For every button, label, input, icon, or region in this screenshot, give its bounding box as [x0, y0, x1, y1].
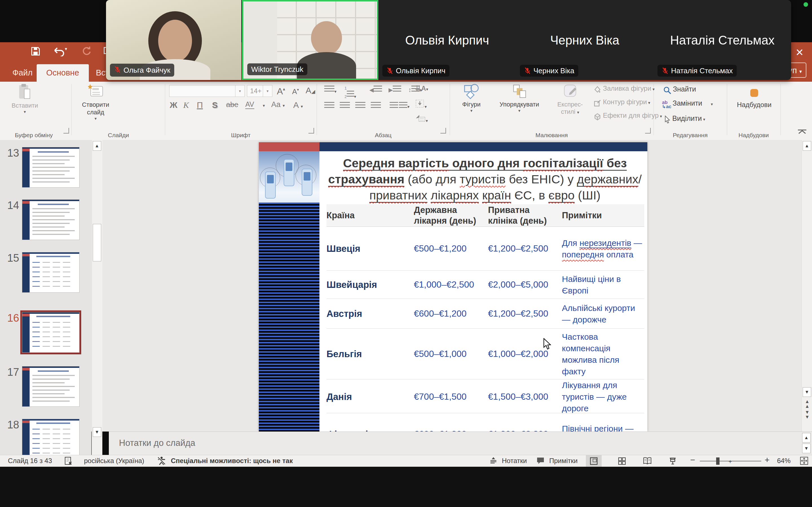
participant-tile[interactable]: Черних ВікаЧерних Віка: [516, 0, 654, 80]
character-spacing-button[interactable]: AV: [245, 100, 254, 109]
paragraph-group-label: Абзац: [317, 132, 450, 138]
spellcheck-icon[interactable]: [64, 456, 73, 467]
clear-formatting-button[interactable]: A◢: [306, 86, 315, 95]
bold-button[interactable]: Ж: [170, 100, 177, 110]
slide-table[interactable]: КраїнаДержавна лікарня (день)Приватна кл…: [326, 204, 644, 432]
table-header-cell: Державна лікарня (день): [414, 205, 488, 226]
text-shadow-button[interactable]: S: [212, 100, 218, 110]
new-slide-button[interactable]: Створити слайд ▾: [78, 83, 114, 121]
recording-indicator-dot: [804, 2, 808, 7]
thumbnail-scroll-up-icon[interactable]: ▲: [93, 141, 101, 151]
comments-toggle-icon[interactable]: [536, 456, 545, 466]
slideshow-view-button[interactable]: [665, 455, 680, 467]
shapes-button[interactable]: Фігури ▾: [455, 83, 488, 113]
slide-thumbnail-15[interactable]: [22, 252, 80, 293]
notes-scrollbar[interactable]: ▲ ▼: [802, 432, 812, 455]
undo-icon[interactable]: ▾: [53, 46, 67, 59]
select-button[interactable]: Виділити ▾: [664, 114, 705, 124]
slide-sorter-view-button[interactable]: [614, 455, 630, 467]
strikethrough-button[interactable]: abe: [226, 100, 238, 109]
silhouette-face: [158, 20, 192, 62]
justify-button[interactable]: [371, 102, 381, 110]
thumbnail-scroll-down-icon[interactable]: ▼: [93, 427, 101, 437]
participant-tile[interactable]: Ольвія КирпичОльвія Кирпич: [378, 0, 516, 80]
tab-home[interactable]: Основне: [37, 64, 89, 82]
columns-button[interactable]: ▾: [390, 102, 410, 109]
slide-scroll-up-icon[interactable]: ▲: [803, 141, 811, 151]
close-icon[interactable]: ×: [791, 44, 808, 61]
meeting-overlay: Ольга Файчук Wiktor Trynczuk Ольвія Кирп…: [106, 0, 791, 80]
participant-tile[interactable]: Наталія СтельмахНаталія Стельмах: [654, 0, 791, 80]
font-name-combo[interactable]: ▾: [169, 85, 245, 97]
italic-button[interactable]: К: [183, 100, 189, 110]
zoom-slider-thumb[interactable]: [716, 457, 719, 465]
increase-indent-button[interactable]: ▶: [389, 86, 401, 93]
language-status[interactable]: російська (Україна): [84, 457, 144, 465]
slide-thumbnail-18[interactable]: [22, 419, 80, 455]
previous-slide-icon[interactable]: ▲▲: [804, 399, 811, 409]
participant-name: Наталія Стельмах: [654, 33, 791, 47]
redo-icon[interactable]: [81, 46, 91, 59]
numbering-button[interactable]: 12▾: [345, 86, 356, 99]
zoom-out-button[interactable]: −: [690, 455, 695, 465]
underline-button[interactable]: П: [197, 100, 203, 110]
shrink-font-button[interactable]: A▾: [292, 87, 299, 96]
font-size-combo[interactable]: 14+▾: [247, 85, 272, 97]
notes-toggle-icon[interactable]: [490, 456, 497, 466]
video-tile-olha[interactable]: Ольга Файчук: [106, 0, 241, 80]
notes-toggle-button[interactable]: Нотатки: [502, 457, 527, 465]
quick-styles-button[interactable]: Експрес-стилі ▾: [550, 83, 590, 116]
addins-button[interactable]: Надбудови: [733, 87, 775, 109]
align-center-button[interactable]: [340, 102, 350, 110]
shape-fill-button[interactable]: Заливка фігури ▾: [593, 84, 655, 94]
slide-thumbnail-16[interactable]: [22, 312, 80, 353]
slide-counter[interactable]: Слайд 16 з 43: [8, 457, 52, 465]
paste-button[interactable]: Вставити ▾: [8, 83, 42, 114]
video-tile-wiktor[interactable]: Wiktor Trynczuk: [242, 0, 378, 80]
bullets-button[interactable]: ▾: [324, 86, 337, 94]
slide-thumbnail-14[interactable]: [22, 200, 80, 240]
save-icon[interactable]: [31, 46, 41, 59]
tab-file[interactable]: Файл: [3, 64, 42, 82]
find-button[interactable]: Знайти: [663, 85, 696, 95]
slide-scroll-down-icon[interactable]: ▼: [803, 387, 811, 397]
slide-thumbnail-panel[interactable]: 131415161718: [0, 140, 91, 455]
notes-scroll-down-icon[interactable]: ▼: [802, 444, 811, 453]
character-spacing-chevron[interactable]: ▾: [263, 103, 265, 108]
screen-letterbox: [0, 467, 812, 507]
convert-smartart-button[interactable]: ▾: [415, 113, 428, 123]
slide-thumbnail-17[interactable]: [22, 366, 80, 407]
change-case-button[interactable]: Aa ▾: [271, 100, 285, 109]
arrange-button[interactable]: Упорядкувати ▾: [491, 83, 548, 113]
next-slide-icon[interactable]: ▼▼: [804, 410, 811, 419]
grow-font-button[interactable]: A▴: [277, 86, 285, 97]
normal-view-button[interactable]: [586, 455, 602, 467]
font-color-button[interactable]: A ▾: [293, 100, 303, 110]
phones-image: [259, 151, 319, 203]
text-direction-button[interactable]: ⇊A▾: [415, 84, 428, 93]
mouse-cursor: [543, 338, 552, 350]
slide-thumbnail-13[interactable]: [22, 147, 80, 187]
accessibility-status[interactable]: Спеціальні можливості: щось не так: [171, 457, 293, 465]
shape-effects-button[interactable]: Ефекти для фігур ▾: [593, 112, 662, 121]
align-right-button[interactable]: [355, 102, 365, 110]
decrease-indent-button[interactable]: ◀: [369, 86, 382, 93]
align-text-button[interactable]: ▾: [415, 99, 427, 109]
thumbnail-scroll-thumb[interactable]: [93, 224, 101, 262]
notes-panel[interactable]: Нотатки до слайда ▲ ▼: [109, 432, 812, 455]
slide-title[interactable]: Середня вартість одного дня госпіталізац…: [324, 155, 646, 203]
fit-to-window-icon[interactable]: [800, 456, 809, 467]
collapse-ribbon-icon[interactable]: [798, 129, 806, 135]
shape-outline-button[interactable]: Контур фігури ▾: [593, 98, 650, 107]
zoom-in-button[interactable]: +: [765, 455, 770, 465]
slide-scrollbar[interactable]: ▲ ▼ ▲▲ ▼▼: [802, 140, 812, 432]
align-left-button[interactable]: [324, 102, 335, 110]
status-bar: Слайд 16 з 43 російська (Україна) Спеціа…: [0, 455, 812, 467]
notes-scroll-up-icon[interactable]: ▲: [802, 433, 811, 443]
zoom-level[interactable]: 64%: [777, 457, 791, 465]
slide-canvas[interactable]: Середня вартість одного дня госпіталізац…: [259, 142, 647, 432]
replace-button[interactable]: ab↳ac Замінити ▾: [662, 99, 713, 109]
thumbnail-scrollbar[interactable]: ▲ ▼: [92, 140, 102, 455]
comments-toggle-button[interactable]: Примітки: [549, 457, 578, 465]
reading-view-button[interactable]: [640, 455, 655, 467]
